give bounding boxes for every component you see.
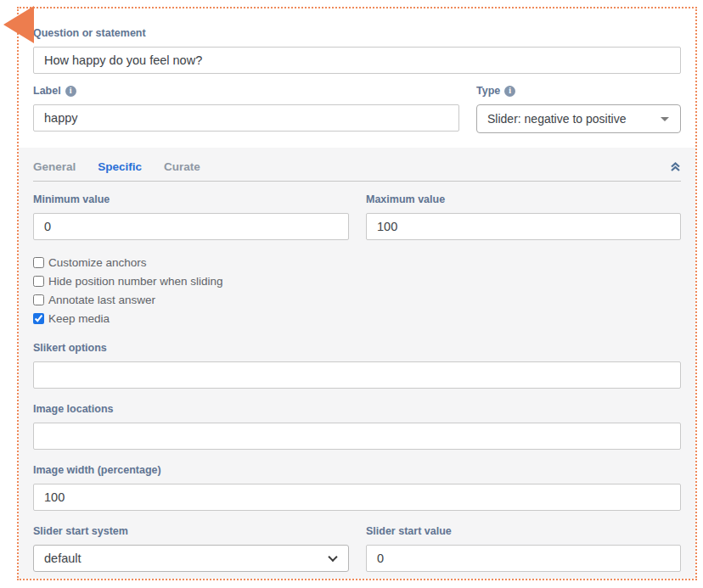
label-field-label-text: Label (33, 85, 61, 97)
annotate-last-answer-checkbox[interactable] (33, 294, 44, 305)
label-field-label: Label i (33, 85, 459, 97)
maximum-value-input[interactable] (366, 213, 681, 240)
chevron-down-icon (328, 552, 337, 562)
tab-curate[interactable]: Curate (164, 160, 200, 173)
image-width-label: Image width (percentage) (33, 464, 681, 476)
image-width-input[interactable] (33, 484, 681, 511)
slikert-options-input[interactable] (33, 361, 681, 389)
question-header-section: Question or statement Label i Type i Sli… (19, 8, 695, 148)
checkbox-label: Annotate last answer (48, 294, 155, 306)
chevron-double-up-icon (670, 161, 681, 172)
type-field-label-text: Type (476, 85, 500, 97)
tab-general[interactable]: General (33, 160, 76, 173)
tab-specific[interactable]: Specific (98, 160, 142, 173)
specific-settings-panel: General Specific Curate Minimum value Ma… (19, 148, 695, 579)
slider-start-system-value: default (44, 552, 82, 565)
question-label: Question or statement (33, 27, 681, 39)
maximum-value-label: Maximum value (366, 193, 681, 205)
question-editor-panel: Question or statement Label i Type i Sli… (17, 7, 697, 580)
minimum-value-input[interactable] (33, 213, 349, 240)
type-select[interactable]: Slider: negative to positive (476, 104, 681, 133)
keep-media-checkbox[interactable] (33, 313, 44, 324)
info-icon[interactable]: i (504, 86, 515, 97)
customize-anchors-option[interactable]: Customize anchors (33, 253, 681, 272)
tabs-divider (33, 181, 681, 182)
image-locations-label: Image locations (33, 403, 681, 415)
tabs-bar: General Specific Curate (33, 159, 681, 173)
checkbox-label: Keep media (48, 312, 110, 325)
checkbox-label: Customize anchors (48, 256, 147, 269)
slider-start-value-label: Slider start value (366, 525, 681, 537)
collapse-section-button[interactable] (670, 161, 681, 172)
slider-start-system-label: Slider start system (33, 525, 349, 537)
keep-media-option[interactable]: Keep media (33, 309, 681, 328)
image-locations-input[interactable] (33, 423, 681, 450)
question-input[interactable] (33, 47, 681, 74)
type-select-value: Slider: negative to positive (487, 112, 626, 126)
corner-arrow-marker (3, 6, 34, 43)
hide-position-number-checkbox[interactable] (33, 276, 44, 287)
label-input[interactable] (33, 104, 459, 132)
type-field-label: Type i (476, 85, 681, 97)
annotate-last-answer-option[interactable]: Annotate last answer (33, 290, 681, 309)
minimum-value-label: Minimum value (33, 193, 349, 205)
caret-down-icon (661, 117, 669, 121)
slikert-options-label: Slikert options (33, 342, 681, 354)
options-checkbox-group: Customize anchors Hide position number w… (33, 253, 681, 328)
hide-position-number-option[interactable]: Hide position number when sliding (33, 272, 681, 290)
info-icon[interactable]: i (65, 86, 76, 97)
customize-anchors-checkbox[interactable] (33, 257, 44, 268)
question-label-text: Question or statement (33, 27, 146, 39)
slider-start-system-select[interactable]: default (33, 545, 349, 572)
checkbox-label: Hide position number when sliding (48, 275, 223, 288)
slider-start-value-input[interactable] (366, 545, 681, 572)
